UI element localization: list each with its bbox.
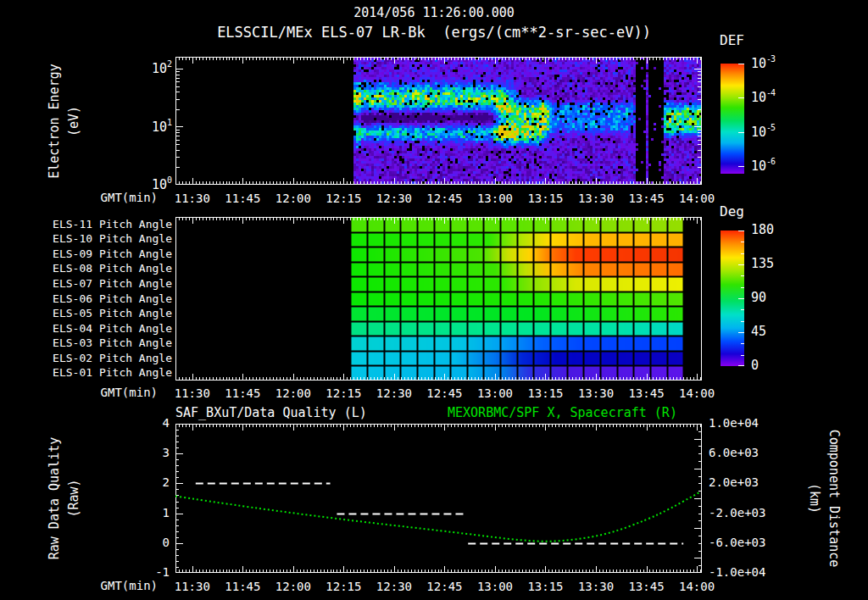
x-axis-tick-label: 13:45 xyxy=(626,386,667,400)
quality-tick-label: 3 xyxy=(136,446,170,459)
x-axis-tick-label: 14:00 xyxy=(676,386,717,400)
distance-tick-label: 1.0e+04 xyxy=(709,416,759,430)
x-axis-tick-label: 13:15 xyxy=(525,580,565,593)
x-axis-tick-label: 12:30 xyxy=(374,580,415,593)
pitch-angle-row-label: ELS-10 Pitch Angle xyxy=(34,232,172,245)
def-colorbar-tick-label: 10-4 xyxy=(751,89,775,105)
x-axis-tick-label: 12:00 xyxy=(273,192,314,205)
quality-tick-label: 2 xyxy=(136,475,170,489)
pitch-angle-row-label: ELS-03 Pitch Angle xyxy=(34,336,172,349)
pitch-angle-row-label: ELS-08 Pitch Angle xyxy=(34,262,172,275)
deg-colorbar-minor-tick xyxy=(741,321,744,322)
def-colorbar-title: DEF xyxy=(720,32,744,48)
x-axis-tick-label: 12:15 xyxy=(323,192,364,205)
x-axis-tick-label: 11:45 xyxy=(222,386,263,400)
quality-series-title: SAF_BXuT/Data Quality (L) xyxy=(175,405,367,420)
science-plot-page: 2014/056 11:26:00.000 ELSSCIL/MEx ELS-07… xyxy=(0,0,868,600)
x-axis-tick-label: 12:15 xyxy=(323,580,364,593)
gmt-axis-caption: GMT(min) xyxy=(76,386,158,399)
deg-colorbar-tick-label: 135 xyxy=(751,257,774,271)
deg-colorbar-tick-mark xyxy=(738,332,744,333)
x-axis-tick-label: 13:45 xyxy=(626,580,667,593)
deg-colorbar-tick-mark xyxy=(738,264,744,265)
x-axis-tick-label: 12:00 xyxy=(273,580,314,593)
distance-tick-label: 6.0e+03 xyxy=(709,446,759,459)
x-axis-tick-label: 11:30 xyxy=(172,192,213,205)
quality-tick-label: 0 xyxy=(136,536,170,549)
x-axis-tick-label: 13:30 xyxy=(576,580,616,593)
x-axis-tick-label: 13:30 xyxy=(576,386,616,400)
deg-colorbar-minor-tick xyxy=(741,275,744,276)
deg-colorbar-minor-tick xyxy=(741,343,744,344)
def-colorbar-tick-mark xyxy=(738,64,744,64)
def-colorbar-tick-label: 10-6 xyxy=(751,158,775,174)
x-axis-tick-label: 12:00 xyxy=(273,386,314,400)
deg-colorbar-minor-tick xyxy=(741,355,744,356)
x-axis-tick-label: 12:45 xyxy=(424,580,465,593)
x-axis-tick-label: 11:30 xyxy=(172,386,213,400)
pitch-angle-row-label: ELS-09 Pitch Angle xyxy=(34,247,172,260)
x-axis-tick-label: 13:15 xyxy=(525,192,565,205)
x-axis-tick-label: 13:45 xyxy=(626,192,667,205)
pitch-angle-row-label: ELS-01 Pitch Angle xyxy=(34,366,172,379)
pitch-angle-row-label: ELS-05 Pitch Angle xyxy=(34,307,172,319)
quality-tick-label: 1 xyxy=(136,506,170,519)
x-axis-tick-label: 13:00 xyxy=(475,192,515,205)
energy-axis-label: Electron Energy (eV) xyxy=(45,64,84,178)
deg-colorbar-tick-label: 180 xyxy=(751,223,774,237)
distance-series-title: MEXORBMC/SPF X, Spacecraft (R) xyxy=(448,405,677,420)
x-axis-tick-label: 12:45 xyxy=(424,192,465,205)
deg-colorbar-tick-mark xyxy=(738,365,744,366)
electron-energy-spectrogram-canvas xyxy=(175,57,702,185)
distance-axis-label: Component Distance (km) xyxy=(804,430,843,568)
def-colorbar-tick-label: 10-5 xyxy=(751,124,775,140)
deg-colorbar-tick-mark xyxy=(738,298,744,299)
deg-colorbar-tick-label: 45 xyxy=(751,325,766,339)
deg-colorbar-minor-tick xyxy=(741,309,744,310)
deg-colorbar-tick-mark xyxy=(738,231,744,231)
pitch-angle-heatmap-canvas xyxy=(175,217,702,381)
distance-tick-label: -6.0e+03 xyxy=(709,536,765,549)
pitch-angle-row-label: ELS-06 Pitch Angle xyxy=(34,292,172,305)
x-axis-tick-label: 12:15 xyxy=(323,386,364,400)
quality-tick-label: 4 xyxy=(136,416,170,430)
pitch-angle-row-label: ELS-07 Pitch Angle xyxy=(34,277,172,290)
distance-tick-label: -2.0e+03 xyxy=(709,506,765,519)
x-axis-tick-label: 14:00 xyxy=(676,580,717,593)
x-axis-tick-label: 12:30 xyxy=(374,386,415,400)
quality-tick-label: -1 xyxy=(136,565,170,579)
def-colorbar-tick-label: 10-3 xyxy=(751,55,775,71)
deg-colorbar-minor-tick xyxy=(741,242,744,242)
energy-tick-label: 100 xyxy=(129,176,171,192)
deg-colorbar-tick-label: 0 xyxy=(751,358,759,373)
gmt-axis-caption: GMT(min) xyxy=(76,580,158,592)
x-axis-tick-label: 11:45 xyxy=(222,192,263,205)
x-axis-tick-label: 12:30 xyxy=(374,192,415,205)
x-axis-tick-label: 12:45 xyxy=(424,386,465,400)
distance-tick-label: -1.0e+04 xyxy=(709,565,765,579)
x-axis-tick-label: 13:15 xyxy=(525,386,565,400)
deg-colorbar-minor-tick xyxy=(741,253,744,254)
def-colorbar-tick-mark xyxy=(738,132,744,133)
x-axis-tick-label: 13:00 xyxy=(475,386,515,400)
pitch-angle-row-label: ELS-02 Pitch Angle xyxy=(34,352,172,364)
pitch-angle-row-label: ELS-04 Pitch Angle xyxy=(34,322,172,335)
deg-colorbar-title: Deg xyxy=(720,203,744,219)
x-axis-tick-label: 14:00 xyxy=(676,192,717,205)
deg-colorbar-minor-tick xyxy=(741,287,744,288)
energy-tick-label: 101 xyxy=(129,119,171,135)
quality-axis-label: Raw Data Quality (Raw) xyxy=(45,437,84,560)
pitch-angle-row-label: ELS-11 Pitch Angle xyxy=(34,218,172,231)
x-axis-tick-label: 13:00 xyxy=(475,580,515,593)
energy-tick-label: 102 xyxy=(129,60,171,76)
gmt-axis-caption: GMT(min) xyxy=(76,192,158,204)
def-colorbar-tick-mark xyxy=(738,97,744,98)
def-colorbar-tick-mark xyxy=(738,166,744,167)
x-axis-tick-label: 11:45 xyxy=(222,580,263,593)
deg-colorbar-tick-label: 90 xyxy=(751,291,766,305)
x-axis-tick-label: 11:30 xyxy=(172,580,213,593)
x-axis-tick-label: 13:30 xyxy=(576,192,616,205)
def-colorbar xyxy=(721,64,744,174)
distance-tick-label: 2.0e+03 xyxy=(709,475,759,489)
page-title: 2014/056 11:26:00.000 xyxy=(0,6,868,20)
